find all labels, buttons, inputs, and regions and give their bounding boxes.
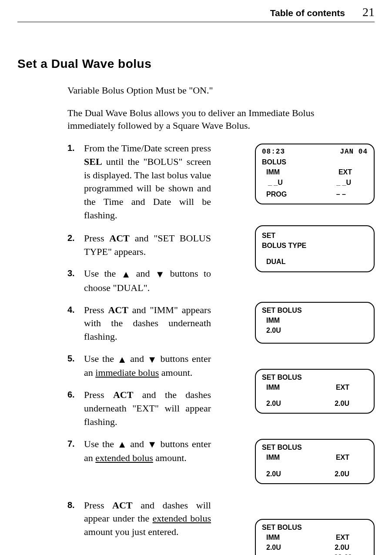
device-screen-6: SET BOLUS IMM EXT 2.0U 2.0U 02:00: [255, 519, 375, 555]
steps-column: 1. From the Time/Date screen press SEL u…: [67, 142, 246, 555]
screen-label: EXT: [336, 532, 368, 542]
screen-value: _ _U: [336, 177, 368, 187]
step-text: Use the: [84, 353, 117, 364]
toc-label: Table of contents: [270, 8, 345, 18]
screen-label: BOLUS: [262, 157, 368, 167]
page-number: 21: [362, 5, 375, 19]
screen-label: PROG: [266, 189, 287, 199]
step-underline: extended bolus: [95, 452, 153, 463]
screen-label: SET BOLUS: [262, 305, 368, 315]
page-header: Table of contents 21: [17, 5, 375, 22]
step-underline: immediate bolus: [95, 367, 159, 378]
step-bold: ACT: [108, 304, 128, 315]
step-bold: ACT: [112, 500, 132, 511]
step-number: 2.: [67, 232, 80, 259]
body-content: 1. From the Time/Date screen press SEL u…: [17, 142, 375, 555]
screen-value: 2.0U: [266, 398, 281, 408]
up-triangle-icon: [121, 268, 131, 281]
down-triangle-icon: [147, 353, 157, 367]
step-number: 3.: [67, 267, 80, 294]
step-text: Press: [84, 500, 112, 511]
screen-label: IMM: [266, 452, 280, 462]
screen-value: 2.0U: [335, 398, 368, 408]
step-number: 1.: [67, 142, 80, 222]
screen-label: EXT: [336, 382, 368, 392]
step-number: 5.: [67, 352, 80, 380]
down-triangle-icon: [147, 438, 157, 451]
device-screen-3: SET BOLUS IMM 2.0U: [255, 302, 375, 344]
step-text: Press: [84, 233, 109, 244]
screen-value: 2.0U: [335, 469, 368, 479]
screens-column: 08:23 JAN 04 BOLUS IMM EXT _ _U _ _U PRO…: [255, 142, 375, 555]
screen-time: 08:23: [262, 147, 285, 157]
screen-label: BOLUS TYPE: [262, 241, 368, 251]
step-underline: extended bolus: [153, 513, 211, 524]
step-5: 5. Use the and buttons enter an immediat…: [67, 352, 211, 380]
step-8: 8. Press ACT and dashes will appear unde…: [67, 499, 211, 539]
step-text: amount you just entered.: [84, 526, 179, 537]
screen-label: EXT: [338, 167, 368, 177]
step-number: 7.: [67, 438, 80, 465]
screen-label: SET BOLUS: [262, 372, 368, 382]
screen-label: SET: [262, 231, 368, 241]
down-triangle-icon: [155, 268, 165, 281]
screen-value: 2.0U: [335, 542, 368, 552]
step-text: until the "BOLUS" screen is displayed. T…: [84, 156, 211, 221]
step-bold: SEL: [84, 156, 102, 167]
screen-value: DUAL: [262, 257, 368, 267]
step-7: 7. Use the and buttons enter an extended…: [67, 438, 211, 465]
step-text: Press: [84, 389, 113, 400]
screen-label: SET BOLUS: [262, 442, 368, 452]
step-bold: ACT: [109, 233, 129, 244]
step-text: Press: [84, 304, 108, 315]
step-text: Use the: [84, 438, 117, 449]
screen-value: _ _U: [268, 177, 283, 187]
step-bold: ACT: [113, 389, 133, 400]
step-number: 6.: [67, 388, 80, 428]
screen-value: 2.0U: [266, 469, 281, 479]
intro-line-1: Variable Bolus Option Must be "ON.": [67, 84, 337, 97]
screen-label: IMM: [266, 532, 280, 542]
intro-line-2: The Dual Wave Bolus allows you to delive…: [67, 107, 337, 132]
step-number: 8.: [67, 499, 80, 539]
step-text: amount.: [153, 452, 187, 463]
up-triangle-icon: [117, 438, 127, 451]
screen-date: JAN 04: [340, 147, 368, 157]
screen-value: 2.0U: [266, 542, 281, 552]
step-text: and: [127, 353, 147, 364]
page: Table of contents 21 Set a Dual Wave bol…: [0, 0, 392, 555]
step-2: 2. Press ACT and "SET BOLUS TYPE" appear…: [67, 232, 211, 259]
screen-label: EXT: [336, 452, 368, 462]
step-text: Use the: [84, 268, 121, 279]
device-screen-1: 08:23 JAN 04 BOLUS IMM EXT _ _U _ _U PRO…: [255, 144, 375, 204]
device-screen-2: SET BOLUS TYPE DUAL: [255, 225, 375, 272]
section-title: Set a Dual Wave bolus: [17, 57, 375, 71]
step-3: 3. Use the and buttons to choose "DUAL".: [67, 267, 211, 294]
step-6: 6. Press ACT and the dashes underneath "…: [67, 388, 211, 428]
screen-label: IMM: [262, 315, 368, 325]
screen-label: IMM: [266, 382, 280, 392]
screen-value: – –: [336, 189, 368, 199]
step-text: amount.: [159, 367, 192, 378]
screen-label: SET BOLUS: [262, 522, 368, 532]
step-number: 4.: [67, 304, 80, 344]
step-text: and: [131, 268, 155, 279]
step-text: and: [127, 438, 147, 449]
step-text: From the Time/Date screen press: [84, 143, 211, 154]
up-triangle-icon: [117, 353, 127, 367]
device-screen-5: SET BOLUS IMM EXT 2.0U 2.0U: [255, 439, 375, 484]
device-screen-4: SET BOLUS IMM EXT 2.0U 2.0U: [255, 369, 375, 414]
step-4: 4. Press ACT and "IMM" appears with the …: [67, 304, 211, 344]
step-1: 1. From the Time/Date screen press SEL u…: [67, 142, 211, 222]
screen-duration: 02:00: [262, 552, 368, 555]
screen-label: IMM: [266, 167, 280, 177]
screen-value: 2.0U: [262, 325, 368, 335]
